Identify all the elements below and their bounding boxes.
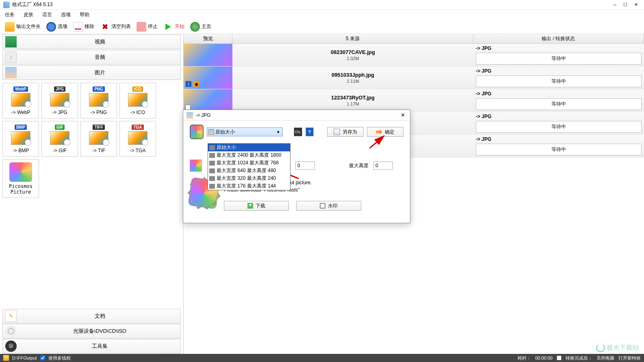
format-tile-tiff[interactable]: TIFF-> TIF (80, 121, 117, 157)
row-out-format: -> JPG (476, 45, 642, 51)
format-thumb (89, 93, 108, 107)
size-option[interactable]: 最大宽度 320 最大高度 240 (208, 175, 290, 182)
row-out-format: -> JPG (476, 91, 642, 97)
size-option[interactable]: 原始大小 (208, 144, 290, 151)
task-row[interactable]: i▣ 0951033Jpph.jpg 2.11M -> JPG 等待中 (184, 67, 644, 89)
row-status: 等待中 (476, 144, 642, 155)
header-output: 输出 / 转换状态 (473, 34, 644, 43)
row-source: 0823077CAVE.jpg 1.02M (232, 44, 473, 66)
format-tile-tga[interactable]: TGA-> TGA (119, 121, 156, 157)
switch-label: 打开新特效 (618, 355, 641, 361)
format-badge: WebP (13, 86, 28, 92)
format-tile-png[interactable]: PNG-> PNG (80, 83, 117, 119)
format-thumb (50, 93, 69, 107)
category-audio[interactable]: ♪音频 (2, 50, 181, 65)
size-option[interactable]: 最大宽度 640 最大高度 480 (208, 167, 290, 175)
toolbar: 输出文件夹 选项 移除 ✖清空列表 停止 开始 主页 (0, 19, 644, 34)
arrow-right-icon (376, 129, 382, 135)
format-thumb (128, 93, 147, 107)
size-dropdown: 原始大小最大宽度 2400 最大高度 1800最大宽度 1024 最大高度 76… (208, 143, 291, 190)
help-button[interactable]: ? (306, 127, 314, 136)
format-tile-webp[interactable]: WebP-> WebP (2, 83, 39, 119)
category-disc[interactable]: 光驱设备\DVD\CD\ISO (2, 324, 181, 338)
advanced-button[interactable]: O\L (294, 127, 302, 136)
dialog-close-button[interactable]: ✕ (399, 111, 407, 119)
category-tools[interactable]: ⦿工具集 (2, 339, 181, 353)
category-document[interactable]: ✎文档 (2, 309, 181, 323)
menu-options[interactable]: 选项 (59, 11, 72, 19)
format-thumb (89, 131, 108, 145)
row-output: -> JPG 等待中 (473, 112, 644, 134)
after-convert-checkbox[interactable] (557, 356, 562, 360)
audio-icon: ♪ (5, 52, 17, 63)
picosmos-tile[interactable]: Picosmos Picture (2, 159, 39, 198)
folder-icon (5, 22, 15, 32)
after-label: 转换完成后： (566, 355, 592, 361)
format-tile-ico[interactable]: ICO-> ICO (119, 83, 156, 119)
row-filesize: 1.02M (347, 56, 359, 61)
remove-button[interactable]: 移除 (72, 21, 96, 32)
row-out-format: -> JPG (476, 68, 642, 74)
format-tile-bmp[interactable]: BMP-> BMP (2, 121, 39, 157)
clear-icon: ✖ (100, 22, 110, 32)
ok-button[interactable]: 确定 (367, 127, 403, 137)
options-button[interactable]: 选项 (45, 21, 69, 32)
size-combo[interactable]: 原始大小 ▼ (207, 127, 283, 136)
menu-tasks[interactable]: 任务 (3, 11, 16, 19)
size-option[interactable]: 最大宽度 1024 最大高度 768 (208, 159, 290, 167)
row-filename: 1223473RyOT.jpg (331, 95, 375, 101)
gear-icon (46, 22, 56, 32)
format-label: -> BMP (13, 148, 29, 153)
format-grid: WebP-> WebPJPG-> JPGPNG-> PNGICO-> ICOBM… (0, 80, 183, 308)
format-label: -> ICO (130, 110, 145, 115)
row-out-format: -> JPG (476, 114, 642, 119)
after-value: 关闭电脑 (596, 355, 614, 361)
row-thumbnail (184, 89, 232, 112)
watermark-button[interactable]: 水印 (296, 201, 361, 211)
dialog-title: -> JPG (195, 112, 399, 118)
max-height-input[interactable] (373, 162, 393, 170)
output-path[interactable]: D:\FFOutput (12, 356, 37, 360)
size-option[interactable]: 最大宽度 176 最大高度 144 (208, 182, 290, 190)
format-badge: JPG (54, 86, 65, 92)
multithread-checkbox[interactable] (40, 356, 45, 360)
stop-button[interactable]: 停止 (135, 21, 159, 32)
format-label: -> WebP (11, 110, 30, 115)
task-row[interactable]: 1223473RyOT.jpg 1.17M -> JPG 等待中 (184, 89, 644, 112)
remove-icon (73, 22, 83, 32)
download-button[interactable]: 下载 (224, 201, 289, 211)
size-option[interactable]: 最大宽度 2400 最大高度 1800 (208, 151, 290, 159)
format-tile-jpg[interactable]: JPG-> JPG (41, 83, 78, 119)
format-badge: GIF (55, 125, 65, 130)
clear-button[interactable]: ✖清空列表 (98, 21, 132, 32)
close-button[interactable]: ✕ (631, 1, 641, 9)
start-button[interactable]: 开始 (162, 21, 186, 32)
format-tile-gif[interactable]: GIF-> GIF (41, 121, 78, 157)
maximize-button[interactable]: ☐ (620, 1, 630, 9)
row-filesize: 1.17M (347, 101, 359, 106)
menu-bar: 任务 皮肤 语言 选项 帮助 (0, 10, 644, 19)
save-icon (334, 129, 340, 135)
category-video[interactable]: 视频 (2, 34, 181, 49)
menu-lang[interactable]: 语言 (41, 11, 54, 19)
format-label: -> JPG (52, 110, 67, 115)
row-filesize: 2.11M (347, 79, 359, 84)
image-icon (5, 67, 17, 78)
info-icon[interactable]: i (185, 81, 192, 87)
home-button[interactable]: 主页 (189, 21, 213, 32)
task-row[interactable]: 0823077CAVE.jpg 1.02M -> JPG 等待中 (184, 44, 644, 67)
open-folder-icon[interactable]: ▣ (193, 81, 199, 87)
option-icon (209, 145, 215, 150)
row-status: 等待中 (476, 53, 642, 65)
menu-help[interactable]: 帮助 (78, 11, 91, 19)
multithread-label: 使用多线程 (48, 355, 71, 361)
output-folder-button[interactable]: 输出文件夹 (3, 21, 42, 32)
minimize-button[interactable]: ─ (610, 1, 620, 9)
format-badge: TIFF (93, 125, 104, 130)
menu-skin[interactable]: 皮肤 (22, 11, 35, 19)
max-width-input[interactable] (295, 162, 315, 170)
save-as-button[interactable]: 另存为 (327, 127, 364, 137)
row-output: -> JPG 等待中 (473, 135, 644, 157)
category-image[interactable]: 图片 (2, 65, 181, 80)
picosmos-label: Picosmos Picture (9, 183, 33, 195)
